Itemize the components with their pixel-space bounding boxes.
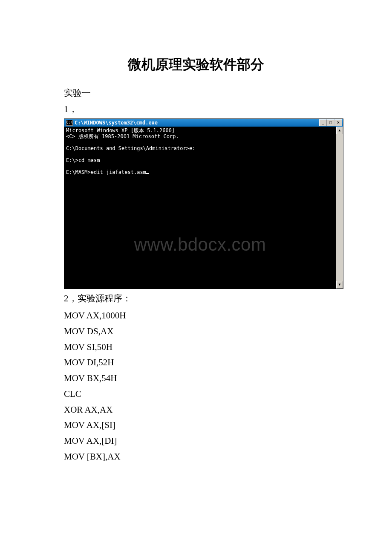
scroll-up-button[interactable]: ▲ — [336, 127, 343, 134]
code-line: MOV DS,AX — [64, 324, 328, 339]
minimize-button[interactable]: _ — [319, 119, 327, 126]
cmd-titlebar: C:\ C:\WINDOWS\system32\cmd.exe _ □ × — [64, 119, 343, 127]
cmd-body[interactable]: Microsoft Windows XP [版本 5.1.2600] <C> 版… — [64, 127, 336, 289]
maximize-button[interactable]: □ — [327, 119, 334, 126]
cmd-titlebar-left: C:\ C:\WINDOWS\system32\cmd.exe — [66, 120, 158, 126]
cmd-body-wrap: Microsoft Windows XP [版本 5.1.2600] <C> 版… — [64, 127, 343, 289]
cmd-prompt-icon: C:\ — [66, 120, 73, 126]
cmd-window: C:\ C:\WINDOWS\system32\cmd.exe _ □ × Mi… — [64, 119, 343, 289]
code-line: XOR AX,AX — [64, 402, 328, 418]
cmd-line: E:\MASM>edit jiafatest.asm — [66, 169, 146, 175]
cmd-line: Microsoft Windows XP [版本 5.1.2600] — [66, 127, 175, 133]
watermark-text: www.bdocx.com — [64, 242, 336, 248]
item-1-label: 1， — [64, 103, 328, 115]
close-button[interactable]: × — [334, 119, 342, 126]
section-heading: 实验一 — [64, 87, 328, 99]
code-line: MOV BX,54H — [64, 370, 328, 386]
window-controls: _ □ × — [319, 119, 342, 126]
code-line: MOV [BX],AX — [64, 449, 328, 465]
document-page: 微机原理实验软件部分 实验一 1， C:\ C:\WINDOWS\system3… — [0, 0, 392, 490]
code-line: MOV AX,1000H — [64, 308, 328, 324]
cmd-title-text: C:\WINDOWS\system32\cmd.exe — [75, 120, 158, 126]
document-title: 微机原理实验软件部分 — [64, 55, 328, 74]
cmd-scrollbar[interactable]: ▲ ▼ — [336, 127, 343, 289]
code-line: MOV DI,52H — [64, 355, 328, 370]
scroll-down-button[interactable]: ▼ — [336, 281, 343, 289]
code-line: MOV AX,[DI] — [64, 433, 328, 449]
cursor-icon — [146, 173, 149, 174]
scroll-track[interactable] — [336, 134, 343, 281]
cmd-line: C:\Documents and Settings\Administrator>… — [66, 145, 195, 151]
cmd-line: E:\>cd masm — [66, 157, 100, 163]
item-2-label: 2，实验源程序： — [64, 292, 328, 304]
code-line: MOV AX,[SI] — [64, 417, 328, 433]
code-line: CLC — [64, 386, 328, 402]
code-line: MOV SI,50H — [64, 339, 328, 355]
cmd-line: <C> 版权所有 1985-2001 Microsoft Corp. — [66, 133, 179, 139]
